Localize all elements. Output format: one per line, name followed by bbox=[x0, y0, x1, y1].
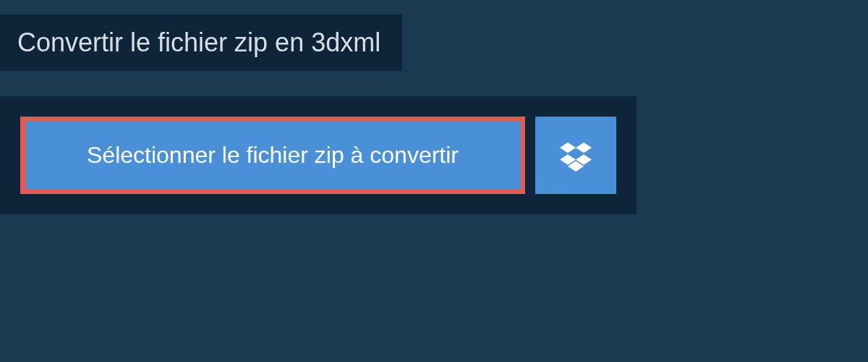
select-file-button-label: Sélectionner le fichier zip à convertir bbox=[87, 142, 459, 169]
dropbox-button[interactable] bbox=[535, 117, 616, 194]
page-title-text: Convertir le fichier zip en 3dxml bbox=[17, 28, 380, 57]
select-file-button[interactable]: Sélectionner le fichier zip à convertir bbox=[20, 117, 525, 194]
upload-panel: Sélectionner le fichier zip à convertir bbox=[0, 96, 637, 214]
dropbox-icon bbox=[560, 140, 592, 172]
page-title: Convertir le fichier zip en 3dxml bbox=[0, 14, 402, 71]
